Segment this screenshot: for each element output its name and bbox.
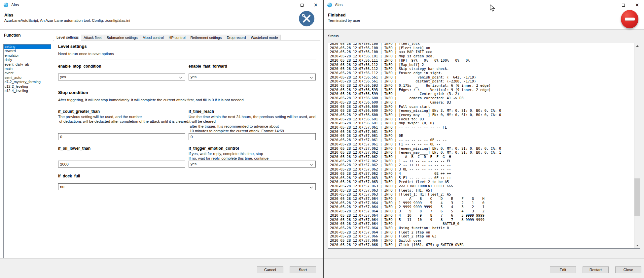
function-list-item[interactable]: c7-2_mystery_farming [4, 80, 51, 84]
tabstrip: Level settingsAttack fleetSubmarine sett… [54, 34, 281, 41]
section-desc-level-settings: Need to run once to save options [58, 51, 114, 56]
stop-sign-icon [621, 10, 638, 28]
if-trigger-emotion-control-desc: If yes, wait for reply, complete this ti… [189, 151, 317, 161]
left-header: Alas AzurLaneAutoScript, An Azur Lane au… [0, 10, 323, 30]
edit-button[interactable]: Edit [550, 266, 576, 273]
if-trigger-emotion-control-label: if_trigger_emotion_control [189, 146, 239, 151]
log-line: 2020-05-28 12:07:56.600 | INFO | Camera:… [330, 100, 634, 105]
tab[interactable]: Retirement settings [188, 35, 225, 41]
start-button[interactable]: Start [290, 266, 316, 273]
minimize-button[interactable] [281, 0, 295, 10]
function-list-item[interactable]: emulator [4, 53, 51, 58]
log-line: 2020-05-28 12:07:57.061 | INFO | -- -- -… [330, 125, 634, 130]
tab[interactable]: Drop record [224, 35, 248, 41]
function-list-item[interactable]: reward [4, 49, 51, 53]
minimize-icon [286, 5, 290, 5]
log-line: 2020-05-28 12:07:57.063 | INFO | [Fleet_… [330, 192, 634, 197]
maximize-button[interactable] [616, 0, 630, 10]
if-trigger-emotion-control-select[interactable]: yes [189, 161, 316, 168]
close-dialog-button[interactable]: Close [615, 266, 641, 273]
log-line: 2020-05-28 12:07:56.101 | INFO | Map is … [330, 54, 634, 58]
log-scrollbar[interactable] [634, 43, 640, 248]
right-titlebar: Alas × [324, 0, 644, 10]
close-button[interactable]: × [309, 0, 323, 10]
log-line: 2020-05-28 12:07:56.100 | INFO | <<< MAP… [330, 50, 634, 54]
chevron-down-icon [310, 76, 313, 79]
scroll-up-button[interactable] [634, 43, 640, 49]
right-footer: Edit Restart Close [324, 258, 644, 278]
maximize-button[interactable] [295, 0, 309, 10]
scroll-down-button[interactable] [634, 243, 640, 248]
maximize-icon [622, 4, 625, 7]
log-line: 2020-05-28 12:07:56.100 | INFO | fleet_l… [330, 43, 634, 46]
close-button[interactable]: × [630, 0, 644, 10]
enable-fast-forward-select[interactable]: yes [189, 74, 316, 80]
alas-logo-icon [3, 2, 9, 8]
log-line: 2020-05-28 12:07:57.062 | INFO | [enemy_… [330, 150, 634, 155]
if-time-reach-input[interactable] [189, 133, 316, 140]
log-line: 2020-05-28 12:07:56.601 | INFO | Focus t… [330, 117, 634, 121]
tools-wrench-icon [299, 11, 314, 26]
log-line: 2020-05-28 12:07:57.061 | INFO | F1 -- -… [330, 142, 634, 146]
function-list-item[interactable]: main [4, 67, 51, 71]
log-line: 2020-05-28 12:07:57.064 | INFO | 1 9999 … [330, 201, 634, 205]
left-titlebar: Alas × [0, 0, 323, 10]
tab[interactable]: Mood control [140, 35, 166, 41]
function-list-item[interactable]: c12-2_leveling [4, 84, 51, 89]
scrollbar-thumb[interactable] [634, 178, 640, 216]
tab[interactable]: Level settings [54, 34, 81, 41]
function-list-item[interactable]: event_daily_ab [4, 62, 51, 67]
if-dock-full-select[interactable]: no [58, 183, 316, 190]
log-line: 2020-05-28 12:07:57.062 | INFO | 4 -- --… [330, 171, 634, 176]
log-line: 2020-05-28 12:07:56.100 | INFO | [Fleet_… [330, 46, 634, 50]
enable-stop-condition-label: enable_stop_condition [58, 64, 101, 69]
minimize-button[interactable] [602, 0, 616, 10]
log-line: 2020-05-28 12:07:57.061 | INFO | 0E -- -… [330, 134, 634, 138]
log-line: 2020-05-28 12:07:56.600 | INFO | [enemy_… [330, 108, 634, 113]
log-line: 2020-05-28 12:07:57.063 | INFO | Fleets:… [330, 188, 634, 193]
log-line: 2020-05-28 12:07:56.600 | INFO | Full sc… [330, 105, 634, 109]
section-title-level-settings: Level settings [58, 44, 87, 49]
function-list-item[interactable]: event [4, 71, 51, 75]
left-footer: Cancel Start [0, 258, 323, 278]
enable-stop-condition-select[interactable]: yes [58, 74, 185, 80]
function-listbox[interactable]: settingrewardemulatordailyevent_daily_ab… [3, 44, 51, 258]
log-line: 2020-05-28 12:07:56.593 | INFO | Edges: … [330, 88, 634, 92]
log-line: 2020-05-28 12:07:57.061 | INFO | -- -- -… [330, 130, 634, 134]
function-list-item[interactable]: setting [4, 45, 51, 49]
tab[interactable]: Wasteland mode [248, 35, 280, 41]
tab[interactable]: Attack fleet [81, 35, 104, 41]
log-line: 2020-05-28 12:07:56.600 | INFO | [enemy_… [330, 113, 634, 117]
log-line: 2020-05-28 12:07:57.063 | INFO | 5 F1 --… [330, 176, 634, 180]
divider [58, 105, 316, 105]
log-line: 2020-05-28 12:07:56.599 | INFO | Center … [330, 92, 634, 96]
if-count-greater-than-input[interactable] [58, 133, 185, 140]
function-list-item[interactable]: daily [4, 58, 51, 62]
close-icon: × [635, 3, 639, 8]
log-line: 2020-05-28 12:07:57.064 | INFO | 3 9 8 7… [330, 209, 634, 213]
left-window: Alas × Alas AzurLaneAutoScript, An Azur … [0, 0, 323, 278]
log-line: 2020-05-28 12:07:57.064 | INFO | Using f… [330, 226, 634, 230]
log-line: 2020-05-28 12:07:57.064 | INFO | 2 9999 … [330, 205, 634, 209]
tab[interactable]: HP control [166, 35, 188, 41]
function-list-label: Function [4, 33, 21, 38]
if-oil-lower-than-input[interactable] [58, 161, 185, 168]
function-list-item[interactable]: c12-4_leveling [4, 89, 51, 93]
status-log-box[interactable]: 2020-05-28 12:07:56.100 | INFO | fleet_l… [328, 43, 640, 249]
cancel-button[interactable]: Cancel [257, 266, 283, 273]
function-list-item[interactable]: semi_auto [4, 76, 51, 80]
tab[interactable]: Submarine settings [104, 35, 140, 41]
close-icon: × [314, 3, 318, 8]
chevron-down-icon [310, 185, 313, 189]
status-log-label: Status [328, 34, 339, 38]
log-line: 2020-05-28 12:07:57.061 | INFO | -- -- -… [330, 138, 634, 142]
status-title: Finished [328, 13, 345, 17]
app-title: Alas [4, 13, 13, 17]
log-line: 2020-05-28 12:07:57.066 | INFO | Switch … [330, 238, 634, 243]
mouse-cursor [489, 4, 495, 12]
app-subtitle: AzurLaneAutoScript, An Azur Lane automat… [4, 18, 130, 22]
log-line: 2020-05-28 12:07:56.601 | INFO | Map swi… [330, 121, 634, 125]
log-line: 2020-05-28 12:07:56.593 | INFO | 0.175s … [330, 83, 634, 88]
right-window: Alas × Finished Terminated by user Statu… [324, 0, 644, 278]
restart-button[interactable]: Restart [583, 266, 609, 273]
